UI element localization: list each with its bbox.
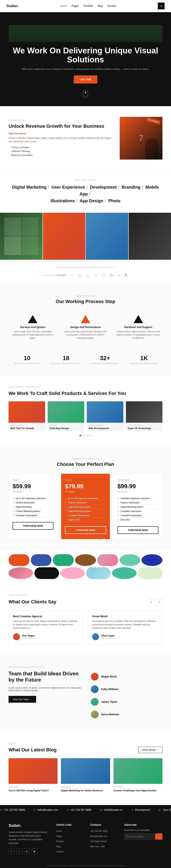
- plan-blog-btn[interactable]: PURCHASE NOW: [65, 526, 106, 534]
- swatch-6[interactable]: [119, 554, 140, 566]
- blog-title: What Our Latest Blog: [8, 747, 57, 753]
- capabilities-title: Unlock Revenue Growth for Your Business: [8, 123, 113, 129]
- footer-grid: Sudan. Sudan provides strategic digital …: [8, 824, 163, 855]
- stat-professionals: 18 SKILLED PROFESSIONALS: [48, 355, 85, 365]
- social-twitter[interactable]: t: [16, 848, 22, 854]
- service-app-design: App Design: [80, 198, 103, 203]
- nav-blog[interactable]: Blog: [98, 4, 103, 7]
- capabilities-body: Sudan in officially a Digital Studio, Ma…: [8, 136, 113, 143]
- cap-item-1: Focus on People: [8, 146, 113, 149]
- swatch-5[interactable]: [97, 554, 118, 566]
- project-card-4[interactable]: TECHNOLOGY Types Of Technology: [126, 401, 163, 431]
- swatch-10[interactable]: [60, 567, 85, 579]
- nav-portfolio[interactable]: Portfolio: [84, 4, 93, 7]
- dot-3[interactable]: [85, 435, 86, 436]
- plan-blog-feat-1: Up to 200 registered customers: [65, 496, 106, 501]
- gallery-cell-2: [43, 213, 86, 260]
- team-member-3[interactable]: James Taylor: [89, 696, 163, 708]
- hero-cta-button[interactable]: Let's Talk: [74, 75, 97, 84]
- gallery-cell-1: [0, 213, 42, 260]
- testi-next[interactable]: ›: [156, 599, 163, 605]
- plan-platinum-btn[interactable]: PURCHASE NOW: [118, 526, 159, 534]
- team-avatar-1: [91, 673, 98, 680]
- social-linkedin[interactable]: in: [24, 848, 30, 854]
- plan-basic-btn[interactable]: PURCHASE NOW: [12, 522, 53, 530]
- footer-link-portfolio[interactable]: Portfolio: [56, 840, 64, 843]
- plan-blog-feat-2: Feature Submission: [65, 501, 106, 505]
- plan-featured: BLOG $79.99 Per Month Up to 200 register…: [61, 473, 110, 539]
- team-avatar-2: [91, 685, 98, 693]
- cap-item-3: Business Innovation: [8, 153, 113, 157]
- client-9: A: [124, 273, 127, 278]
- swatch-13[interactable]: [138, 567, 163, 579]
- footer-link-contact[interactable]: Contact: [56, 850, 63, 853]
- dot-4[interactable]: [87, 435, 89, 436]
- swatch-7[interactable]: [142, 554, 163, 566]
- blog-label: BLOG: [8, 742, 163, 744]
- swatch-3[interactable]: [53, 554, 74, 566]
- footer-contact-phone[interactable]: +01 234 567 8899: [90, 830, 108, 832]
- project-cat-2: DESIGN: [49, 424, 83, 426]
- swatch-1[interactable]: [8, 554, 29, 566]
- project-card-1[interactable]: MARKETING SEO Tips For Growth: [8, 401, 45, 431]
- swatch-12[interactable]: [112, 567, 137, 579]
- nav-logo[interactable]: Sudan.: [6, 4, 19, 8]
- swatch-2[interactable]: [31, 554, 52, 566]
- swatch-4[interactable]: [75, 554, 96, 566]
- dot-2[interactable]: [82, 435, 84, 436]
- footer-ticker: ★ +01 234 567 8899 ★ hello@sudan.com ★ +…: [0, 805, 171, 815]
- testimonials-nav: ‹ ›: [148, 599, 163, 605]
- swatch-9[interactable]: [34, 567, 59, 579]
- footer-logo: Sudan.: [8, 824, 50, 828]
- subscribe-email-input[interactable]: [124, 833, 155, 840]
- subscribe-submit-button[interactable]: →: [155, 833, 163, 840]
- capabilities-section: CAPABILITIES Unlock Revenue Growth for Y…: [0, 106, 171, 170]
- plan-platinum-label: PLATINUM: [118, 479, 159, 481]
- pricing-title: Choose Your Perfect Plan: [8, 462, 163, 467]
- blog-card-2[interactable]: 20/04/2024 ♡ Digital Marketing for Onlin…: [61, 758, 110, 794]
- service-branding: Branding: [122, 185, 140, 189]
- project-title-4: Types Of Technology: [127, 427, 161, 430]
- dot-1[interactable]: [80, 435, 81, 436]
- team-member-2[interactable]: Katty Williams: [89, 683, 163, 695]
- footer-subscribe-subtitle: Subscribe to our newsletter: [124, 829, 163, 831]
- plan-platinum-feat-6: Extra Stuf: [118, 518, 159, 522]
- project-card-2[interactable]: DESIGN Cloth App Design: [48, 401, 84, 431]
- testimonials-section: TESTIMONIALS What Our Clients Say ‹ › Be…: [0, 583, 171, 655]
- team-intro: Team that Build Ideas Driven by the Futu…: [8, 671, 82, 721]
- team-member-4[interactable]: Harry Newman: [89, 709, 163, 721]
- footer-link-blog[interactable]: Blog: [56, 845, 60, 848]
- team-cta-button[interactable]: View Our Team →: [8, 696, 36, 703]
- hero-scroll-indicator: [83, 90, 88, 98]
- step-1-title: Surveys And Quotes: [11, 326, 55, 329]
- process-steps: Surveys And Quotes Lorem ipsum dolor sit…: [8, 311, 163, 344]
- plan-basic-feat-5: Complete Subscription: [12, 514, 53, 518]
- nav-pages[interactable]: Pages: [72, 4, 79, 7]
- blog-card-1[interactable]: 10/01/2024 ♡ You're Still Not Living Dig…: [8, 758, 57, 794]
- project-img-4: [126, 401, 163, 423]
- nav-hamburger[interactable]: ≡: [158, 3, 165, 9]
- nav-contact[interactable]: Contact: [108, 4, 116, 7]
- footer-link-home[interactable]: Home: [56, 830, 62, 832]
- hero-subtitle: With every single idea of our champion b…: [8, 68, 163, 70]
- project-card-3[interactable]: DEVELOPMENT Web Development: [87, 401, 123, 431]
- team-member-1[interactable]: Megan Black: [89, 671, 163, 683]
- plan-platinum-feat-4: Complete Submission: [118, 509, 159, 514]
- footer-contact-email[interactable]: hello@sudan.com: [90, 835, 107, 837]
- testi-prev[interactable]: ‹: [148, 599, 154, 605]
- plan-blog-feat-5: Complete Subscription: [65, 514, 106, 518]
- blog-date-2: 20/04/2024 ♡: [61, 786, 110, 788]
- social-youtube[interactable]: ▶: [32, 848, 38, 854]
- nav-home[interactable]: Home: [60, 4, 67, 7]
- plan-basic-period: Per Month: [12, 491, 53, 493]
- swatch-11[interactable]: [86, 567, 111, 579]
- stat-conferences: 32+ HOSTED CONFERENCES: [87, 355, 123, 365]
- blog-card-3[interactable]: 11/01/2024 ♡ Convert Challenges Into Opp…: [114, 758, 163, 794]
- client-4: △: [86, 273, 90, 278]
- blog-more-link[interactable]: SAVE MORE →: [138, 747, 163, 753]
- swatch-8[interactable]: [8, 567, 33, 579]
- footer-link-pages[interactable]: Pages: [56, 835, 62, 837]
- blog-grid: 10/01/2024 ♡ You're Still Not Living Dig…: [8, 758, 163, 794]
- social-facebook[interactable]: f: [8, 848, 15, 854]
- dot-5[interactable]: [90, 435, 91, 436]
